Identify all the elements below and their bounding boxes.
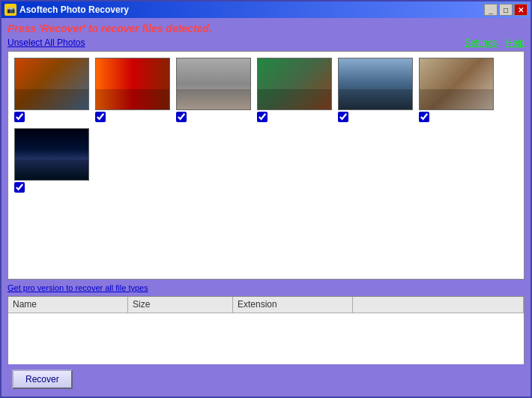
sub-row: Unselect All Photos Settings Help bbox=[7, 37, 525, 48]
photo-thumbnail bbox=[257, 58, 332, 110]
table-col-extension: Extension bbox=[233, 297, 353, 313]
list-item bbox=[176, 58, 251, 122]
title-bar: 📷 Asoftech Photo Recovery _ □ ✕ bbox=[1, 1, 531, 18]
photo-thumbnail bbox=[338, 58, 413, 110]
list-item bbox=[257, 58, 332, 122]
help-link[interactable]: Help bbox=[506, 37, 525, 48]
photo-checkbox[interactable] bbox=[95, 112, 106, 122]
photo-thumbnail bbox=[95, 58, 170, 110]
photo-checkbox[interactable] bbox=[14, 112, 25, 122]
close-button[interactable]: ✕ bbox=[514, 4, 528, 16]
photo-thumbnail bbox=[14, 128, 89, 181]
window-title: Asoftech Photo Recovery bbox=[19, 4, 484, 15]
list-item bbox=[338, 58, 413, 122]
table-col-extra bbox=[353, 297, 524, 313]
bottom-bar: Recover bbox=[7, 367, 525, 392]
list-item bbox=[419, 58, 494, 122]
photo-grid-container[interactable] bbox=[7, 51, 525, 280]
title-buttons: _ □ ✕ bbox=[484, 4, 528, 16]
settings-link[interactable]: Settings bbox=[465, 37, 497, 48]
unselect-all-button[interactable]: Unselect All Photos bbox=[7, 37, 85, 48]
recover-button[interactable]: Recover bbox=[12, 370, 73, 389]
press-recover-text: Press 'Recover' to recover files detecte… bbox=[7, 22, 212, 34]
photo-thumbnail bbox=[419, 58, 494, 110]
main-content: Press 'Recover' to recover files detecte… bbox=[1, 18, 531, 397]
table-col-size: Size bbox=[128, 297, 233, 313]
pro-version-link[interactable]: Get pro version to recover all file type… bbox=[7, 283, 148, 292]
app-icon: 📷 bbox=[4, 4, 16, 16]
list-item bbox=[95, 58, 170, 122]
top-links: Settings Help bbox=[465, 37, 525, 48]
photo-checkbox[interactable] bbox=[176, 112, 187, 122]
list-item bbox=[14, 58, 89, 122]
minimize-button[interactable]: _ bbox=[484, 4, 498, 16]
table-body bbox=[8, 313, 524, 364]
photo-grid bbox=[8, 52, 524, 199]
header-row: Press 'Recover' to recover files detecte… bbox=[7, 22, 525, 34]
photo-checkbox[interactable] bbox=[257, 112, 267, 122]
table-col-name: Name bbox=[8, 297, 128, 313]
photo-checkbox[interactable] bbox=[338, 112, 348, 122]
table-section: Name Size Extension bbox=[7, 296, 525, 364]
list-item bbox=[14, 128, 89, 193]
main-window: 📷 Asoftech Photo Recovery _ □ ✕ Press 'R… bbox=[0, 0, 532, 398]
photo-checkbox[interactable] bbox=[14, 182, 25, 193]
photo-thumbnail bbox=[176, 58, 251, 110]
photo-checkbox[interactable] bbox=[419, 112, 429, 122]
pro-link-row: Get pro version to recover all file type… bbox=[7, 283, 525, 293]
table-header: Name Size Extension bbox=[8, 297, 524, 313]
photo-thumbnail bbox=[14, 58, 89, 110]
maximize-button[interactable]: □ bbox=[499, 4, 513, 16]
